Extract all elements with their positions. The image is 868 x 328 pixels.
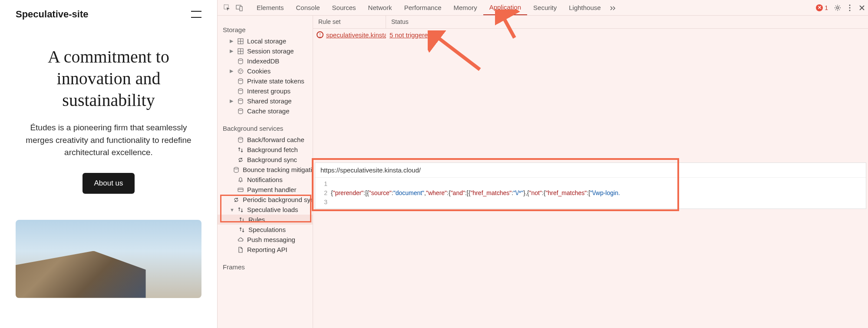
sidebar-item-rules[interactable]: Rules <box>218 215 313 225</box>
device-toggle-icon[interactable] <box>233 2 245 14</box>
database-icon <box>237 88 244 95</box>
rule-status-cell[interactable]: 5 not triggered <box>386 30 435 40</box>
tab-console[interactable]: Console <box>290 0 326 15</box>
sidebar-item-private-state[interactable]: Private state tokens <box>218 76 313 86</box>
close-devtools-icon[interactable] <box>856 2 868 14</box>
settings-gear-icon[interactable] <box>832 2 844 14</box>
item-label: Cookies <box>247 67 271 75</box>
line-number: 3 <box>315 198 327 207</box>
item-label: Shared storage <box>247 97 292 105</box>
svg-point-15 <box>239 70 240 71</box>
code-gutter: 1 2 3 <box>315 178 331 209</box>
sidebar-item-bg-sync[interactable]: Background sync <box>218 155 313 165</box>
sidebar-item-shared-storage[interactable]: ▶ Shared storage <box>218 96 313 106</box>
tab-performance[interactable]: Performance <box>398 0 448 15</box>
svg-point-18 <box>238 79 243 80</box>
svg-point-16 <box>241 70 242 71</box>
rules-table-header: Rule set Status <box>313 16 868 29</box>
card-icon <box>237 186 244 193</box>
site-title: Speculative-site <box>16 9 89 20</box>
svg-rect-24 <box>238 188 243 192</box>
item-label: Notifications <box>247 176 283 183</box>
item-label: Rules <box>248 216 265 223</box>
tab-application[interactable]: Application <box>483 0 527 15</box>
svg-point-20 <box>238 99 243 100</box>
sidebar-item-reporting[interactable]: Reporting API <box>218 245 313 255</box>
rules-table-row[interactable]: ! speculativesite.kinsta.c 5 not trigger… <box>313 29 868 41</box>
item-label: Interest groups <box>247 87 290 95</box>
sidebar-item-indexeddb[interactable]: IndexedDB <box>218 56 313 66</box>
cloud-icon <box>237 236 244 243</box>
application-sidebar: Storage ▶ Local storage ▶ Session storag… <box>218 16 313 328</box>
item-label: Bounce tracking mitigation <box>243 166 313 173</box>
item-label: IndexedDB <box>247 57 279 65</box>
sidebar-item-cache-storage[interactable]: Cache storage <box>218 106 313 116</box>
tab-sources[interactable]: Sources <box>326 0 362 15</box>
svg-point-21 <box>238 109 243 110</box>
rule-name-cell[interactable]: ! speculativesite.kinsta.c <box>313 30 386 40</box>
sidebar-item-bf-cache[interactable]: Back/forward cache <box>218 135 313 145</box>
item-label: Local storage <box>247 37 286 45</box>
about-us-button[interactable]: About us <box>83 173 134 194</box>
item-label: Speculative loads <box>247 206 298 213</box>
rule-status-link[interactable]: 5 not triggered <box>389 31 432 39</box>
sidebar-item-push[interactable]: Push messaging <box>218 235 313 245</box>
tab-memory[interactable]: Memory <box>448 0 483 15</box>
transfer-icon <box>237 206 244 213</box>
item-label: Cache storage <box>247 107 290 115</box>
svg-point-4 <box>849 4 851 6</box>
item-label: Background fetch <box>247 146 298 153</box>
warning-icon: ! <box>317 31 323 38</box>
sidebar-item-interest-groups[interactable]: Interest groups <box>218 86 313 96</box>
sidebar-item-speculative-loads[interactable]: ▼ Speculative loads <box>218 205 313 215</box>
inspect-element-icon[interactable] <box>221 2 233 14</box>
svg-point-3 <box>837 7 839 9</box>
sidebar-item-bounce[interactable]: Bounce tracking mitigation <box>218 165 313 175</box>
svg-point-17 <box>240 72 241 73</box>
sidebar-item-cookies[interactable]: ▶ Cookies <box>218 66 313 76</box>
sync-icon <box>237 156 244 163</box>
code-body: 1 2 3 {"prerender":[{"source":"document"… <box>315 178 866 209</box>
database-icon <box>237 78 244 85</box>
item-label: Speculations <box>248 226 286 233</box>
sidebar-item-speculations[interactable]: Speculations <box>218 225 313 235</box>
line-number: 1 <box>315 179 327 189</box>
hero-title: A commitment to innovation and sustainab… <box>16 46 201 111</box>
hamburger-menu-icon[interactable] <box>191 11 201 18</box>
database-icon <box>237 136 244 143</box>
hero-description: Études is a pioneering firm that seamles… <box>16 122 201 159</box>
site-header: Speculative-site <box>16 9 201 20</box>
sidebar-item-notifications[interactable]: Notifications <box>218 175 313 185</box>
database-icon <box>237 98 244 105</box>
expand-arrow-icon: ▶ <box>230 68 234 74</box>
sidebar-item-payment[interactable]: Payment handler <box>218 185 313 195</box>
code-content[interactable]: {"prerender":[{"source":"document","wher… <box>331 178 866 209</box>
sidebar-item-session-storage[interactable]: ▶ Session storage <box>218 46 313 56</box>
svg-point-22 <box>238 137 243 139</box>
col-ruleset: Rule set <box>313 16 386 28</box>
svg-rect-2 <box>240 7 242 11</box>
error-badge[interactable]: ✕ 1 <box>812 4 832 11</box>
collapse-arrow-icon: ▼ <box>230 207 234 212</box>
sync-icon <box>233 196 240 203</box>
transfer-icon <box>238 216 245 223</box>
item-label: Payment handler <box>247 186 296 193</box>
sidebar-item-periodic[interactable]: Periodic background sync <box>218 195 313 205</box>
code-panel: https://speculativesite.kinsta.cloud/ 1 … <box>315 162 866 209</box>
cookie-icon <box>237 68 244 75</box>
transfer-icon <box>237 146 244 153</box>
svg-point-19 <box>238 89 243 90</box>
sidebar-item-bg-fetch[interactable]: Background fetch <box>218 145 313 155</box>
tab-elements[interactable]: Elements <box>251 0 290 15</box>
more-tabs-icon[interactable] <box>607 2 619 14</box>
grid-icon <box>237 38 244 45</box>
rule-name-link[interactable]: speculativesite.kinsta.c <box>326 31 386 39</box>
devtools-tab-bar: Elements Console Sources Network Perform… <box>218 0 868 16</box>
sidebar-item-local-storage[interactable]: ▶ Local storage <box>218 36 313 46</box>
tab-network[interactable]: Network <box>362 0 398 15</box>
kebab-menu-icon[interactable] <box>844 2 856 14</box>
tab-lighthouse[interactable]: Lighthouse <box>563 0 607 15</box>
section-frames: Frames <box>218 260 313 273</box>
expand-arrow-icon: ▶ <box>230 98 234 104</box>
tab-security[interactable]: Security <box>527 0 563 15</box>
